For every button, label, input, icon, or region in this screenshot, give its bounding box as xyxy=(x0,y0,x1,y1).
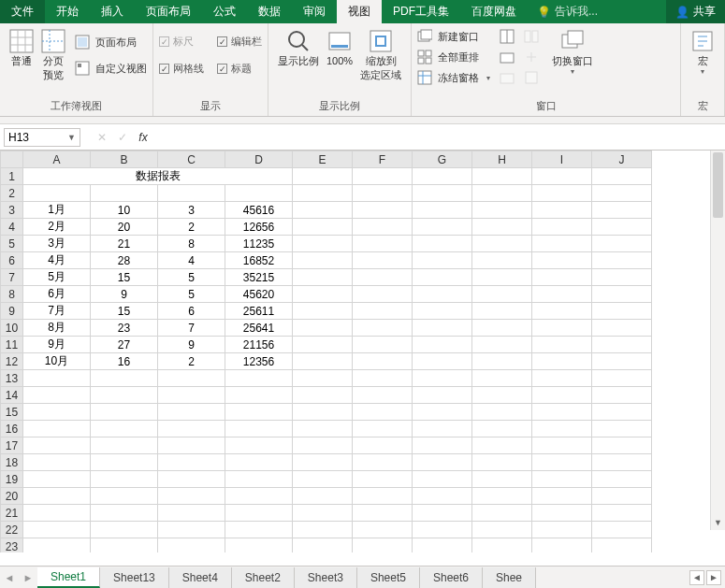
page-break-preview-button[interactable]: 分页 预览 xyxy=(37,27,69,83)
cell[interactable] xyxy=(293,488,353,505)
column-header[interactable]: F xyxy=(353,151,413,168)
cell[interactable] xyxy=(91,370,158,387)
cell[interactable]: 7月 xyxy=(23,303,91,320)
scroll-down-icon[interactable]: ▼ xyxy=(711,515,725,530)
cell[interactable] xyxy=(91,387,158,404)
row-header[interactable]: 1 xyxy=(1,168,23,185)
cell[interactable] xyxy=(23,488,91,505)
cell[interactable]: 3月 xyxy=(23,236,91,252)
column-header[interactable]: A xyxy=(23,151,91,168)
ruler-checkbox[interactable]: ✓标尺 xyxy=(159,35,204,49)
row-header[interactable]: 12 xyxy=(1,353,23,370)
cell[interactable] xyxy=(472,538,532,553)
cell[interactable]: 4 xyxy=(158,252,225,269)
cell[interactable] xyxy=(293,303,353,320)
cell[interactable] xyxy=(472,471,532,488)
cell[interactable] xyxy=(592,522,652,538)
cell[interactable]: 2 xyxy=(158,353,225,370)
cell[interactable] xyxy=(158,522,225,538)
enter-formula-button[interactable]: ✓ xyxy=(112,131,133,144)
cell[interactable]: 月份 xyxy=(23,185,91,202)
cell[interactable]: 21156 xyxy=(225,337,293,353)
cell[interactable] xyxy=(225,505,293,522)
cell[interactable] xyxy=(472,522,532,538)
cell[interactable] xyxy=(413,252,472,269)
gridlines-checkbox[interactable]: ✓网格线 xyxy=(159,62,204,76)
headings-checkbox[interactable]: ✓标题 xyxy=(217,62,262,76)
cell[interactable] xyxy=(472,337,532,353)
cell[interactable] xyxy=(413,320,472,337)
sheet-nav-next[interactable]: ► xyxy=(19,572,37,583)
cell[interactable] xyxy=(532,269,592,286)
cell[interactable] xyxy=(353,454,413,471)
cell[interactable] xyxy=(472,236,532,252)
sheet-tab[interactable]: Sheet2 xyxy=(232,567,295,588)
cell[interactable]: 25641 xyxy=(225,320,293,337)
cell[interactable] xyxy=(532,471,592,488)
row-header[interactable]: 13 xyxy=(1,370,23,387)
cell[interactable]: 5 xyxy=(158,269,225,286)
cell[interactable] xyxy=(472,269,532,286)
cell[interactable]: 12356 xyxy=(225,353,293,370)
cell[interactable] xyxy=(532,337,592,353)
row-header[interactable]: 14 xyxy=(1,387,23,404)
cell[interactable] xyxy=(472,185,532,202)
cell[interactable] xyxy=(23,522,91,538)
cell[interactable] xyxy=(225,522,293,538)
cell[interactable] xyxy=(225,370,293,387)
sheet-tab[interactable]: Shee xyxy=(483,567,536,588)
cell[interactable] xyxy=(413,219,472,236)
menu-tab-开始[interactable]: 开始 xyxy=(45,0,90,23)
column-header[interactable]: G xyxy=(413,151,472,168)
custom-views-button[interactable]: 自定义视图 xyxy=(75,61,147,76)
cell[interactable] xyxy=(293,421,353,437)
cell[interactable]: 9 xyxy=(91,286,158,303)
cell[interactable] xyxy=(532,320,592,337)
row-header[interactable]: 18 xyxy=(1,454,23,471)
cell[interactable] xyxy=(472,252,532,269)
cell[interactable] xyxy=(532,454,592,471)
cell[interactable]: 28 xyxy=(91,252,158,269)
cell[interactable] xyxy=(413,437,472,454)
cell[interactable]: 数据报表 xyxy=(23,168,293,185)
cell[interactable] xyxy=(225,387,293,404)
cell[interactable] xyxy=(413,538,472,553)
cell[interactable] xyxy=(158,404,225,421)
column-header[interactable]: C xyxy=(158,151,225,168)
cell[interactable]: 9月 xyxy=(23,337,91,353)
cell[interactable] xyxy=(353,185,413,202)
row-header[interactable]: 22 xyxy=(1,522,23,538)
unhide-button[interactable] xyxy=(500,70,515,85)
cell[interactable] xyxy=(91,488,158,505)
cell[interactable] xyxy=(353,370,413,387)
cell[interactable] xyxy=(472,370,532,387)
freeze-panes-button[interactable]: 冻结窗格▾ xyxy=(417,70,490,85)
cell[interactable] xyxy=(592,387,652,404)
cell[interactable] xyxy=(532,538,592,553)
sheet-tab[interactable]: Sheet5 xyxy=(357,567,420,588)
tell-me-input[interactable]: 💡告诉我... xyxy=(528,0,607,23)
menu-tab-百度网盘[interactable]: 百度网盘 xyxy=(460,0,528,23)
cell[interactable] xyxy=(592,202,652,219)
cell[interactable] xyxy=(353,387,413,404)
cell[interactable] xyxy=(592,421,652,437)
hide-button[interactable] xyxy=(500,50,515,65)
cell[interactable] xyxy=(225,538,293,553)
cell[interactable] xyxy=(592,353,652,370)
cell[interactable] xyxy=(592,236,652,252)
reset-window-button[interactable] xyxy=(524,70,539,85)
cell[interactable] xyxy=(293,370,353,387)
cell[interactable] xyxy=(532,404,592,421)
cell[interactable] xyxy=(413,387,472,404)
grid-table[interactable]: ABCDEFGHIJ1数据报表2月份日期数量业绩31月1034561642月20… xyxy=(0,151,652,552)
cell[interactable] xyxy=(413,269,472,286)
row-header[interactable]: 10 xyxy=(1,320,23,337)
cell[interactable]: 35215 xyxy=(225,269,293,286)
cell[interactable] xyxy=(293,404,353,421)
cell[interactable] xyxy=(225,454,293,471)
cell[interactable] xyxy=(413,236,472,252)
cell[interactable] xyxy=(413,353,472,370)
cell[interactable] xyxy=(91,505,158,522)
cell[interactable] xyxy=(413,370,472,387)
cell[interactable] xyxy=(293,168,353,185)
